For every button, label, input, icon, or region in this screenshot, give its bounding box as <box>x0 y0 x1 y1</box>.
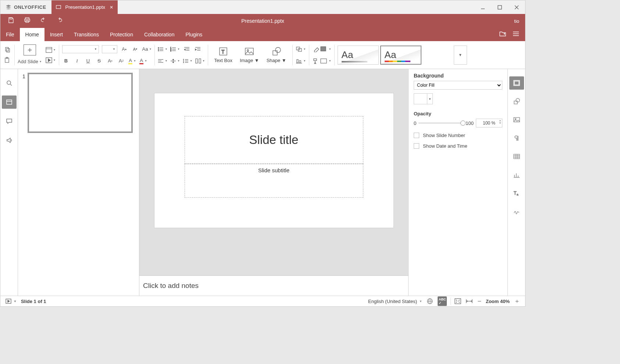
font-color-button[interactable]: A▼ <box>139 57 147 65</box>
slides-panel-icon[interactable] <box>2 95 17 109</box>
slide-size-button[interactable]: ▼ <box>320 57 331 65</box>
opacity-value-input[interactable]: 100 % ▲▼ <box>476 119 502 127</box>
zoom-out-button[interactable]: − <box>475 298 484 305</box>
theme-blank[interactable]: Aa <box>338 46 379 65</box>
fill-type-select[interactable]: Color Fill <box>414 81 502 90</box>
h-align-button[interactable]: ▼ <box>158 57 167 65</box>
underline-button[interactable]: U <box>84 57 92 65</box>
slide-settings-icon[interactable] <box>509 76 524 90</box>
comments-icon[interactable] <box>2 115 17 128</box>
tab-plugins[interactable]: Plugins <box>180 28 208 41</box>
highlight-color-button[interactable]: A▼ <box>128 57 136 65</box>
columns-button[interactable]: ▼ <box>195 57 205 65</box>
add-slide-label[interactable]: Add Slide▼ <box>18 58 42 66</box>
close-window-button[interactable] <box>508 0 525 14</box>
open-file-location-icon[interactable] <box>499 31 506 38</box>
add-slide-button[interactable]: ＋ <box>24 44 36 55</box>
clear-style-button[interactable] <box>312 45 320 53</box>
image-settings-icon[interactable] <box>509 113 524 126</box>
slide-color-button[interactable]: ▼ <box>320 45 331 53</box>
superscript-button[interactable]: Ax <box>106 57 114 65</box>
redo-button[interactable] <box>56 17 63 25</box>
chart-settings-icon[interactable] <box>509 168 524 181</box>
paragraph-settings-icon[interactable] <box>509 131 524 145</box>
arrange-button[interactable]: ▼ <box>296 45 306 53</box>
theme-expand-button[interactable]: ▼ <box>454 46 467 65</box>
decrease-indent-button[interactable] <box>183 45 191 53</box>
set-language-icon[interactable] <box>424 298 435 304</box>
status-slideshow-button[interactable]: ▼ <box>3 299 19 304</box>
paste-button[interactable] <box>3 56 11 64</box>
maximize-button[interactable] <box>491 0 508 14</box>
show-date-time-checkbox[interactable] <box>414 143 419 149</box>
tab-protection[interactable]: Protection <box>104 28 139 41</box>
fit-slide-icon[interactable] <box>452 298 463 304</box>
font-name-combo[interactable]: ▼ <box>62 45 99 53</box>
subscript-button[interactable]: A2 <box>117 57 125 65</box>
increase-indent-button[interactable] <box>194 45 202 53</box>
show-slide-number-checkbox[interactable] <box>414 133 419 138</box>
change-layout-button[interactable]: ▼ <box>46 46 56 54</box>
zoom-value[interactable]: Zoom 40% <box>484 299 512 304</box>
svg-point-23 <box>158 50 159 51</box>
logo-icon <box>6 4 11 10</box>
slide-thumbnail-1[interactable] <box>28 73 133 133</box>
spellcheck-icon[interactable]: ABC✓ <box>435 296 449 306</box>
decrease-font-button[interactable]: A▾ <box>131 45 139 53</box>
copy-style-button[interactable] <box>312 57 320 65</box>
bold-button[interactable]: B <box>62 57 70 65</box>
canvas-area[interactable]: Slide title Slide subtitle <box>139 69 408 275</box>
user-name[interactable]: tio <box>514 18 519 24</box>
theme-basic[interactable]: Aa <box>380 46 421 65</box>
slide-canvas[interactable]: Slide title Slide subtitle <box>154 93 393 228</box>
app-logo: ONLYOFFICE <box>0 0 51 14</box>
tab-insert[interactable]: Insert <box>44 28 68 41</box>
save-button[interactable] <box>8 17 14 25</box>
print-button[interactable] <box>24 17 31 25</box>
image-button[interactable]: Image ▼ <box>237 47 262 63</box>
increase-font-button[interactable]: A▴ <box>120 45 128 53</box>
change-case-button[interactable]: Aa▼ <box>142 45 152 53</box>
tab-home[interactable]: Home <box>20 28 44 41</box>
close-tab-icon[interactable]: ✕ <box>110 5 113 10</box>
align-shapes-button[interactable]: ▼ <box>296 57 306 65</box>
notes-area[interactable]: Click to add notes <box>139 275 408 296</box>
presentation-icon <box>56 5 61 10</box>
signature-settings-icon[interactable] <box>509 205 524 218</box>
copy-button[interactable] <box>3 46 11 54</box>
feedback-icon[interactable] <box>2 134 17 147</box>
svg-rect-59 <box>321 59 327 63</box>
numbering-button[interactable]: 123▼ <box>170 45 180 53</box>
opacity-slider[interactable] <box>418 123 463 123</box>
v-align-button[interactable]: ▼ <box>170 57 180 65</box>
text-box-button[interactable]: T Text Box <box>211 47 235 63</box>
line-spacing-button[interactable]: ▼ <box>183 57 192 65</box>
shape-settings-icon[interactable] <box>509 95 524 108</box>
italic-button[interactable]: I <box>73 57 81 65</box>
title-placeholder[interactable]: Slide title <box>185 116 363 164</box>
tab-transitions[interactable]: Transitions <box>68 28 104 41</box>
tab-file[interactable]: File <box>0 28 20 41</box>
menu-tabs: File Home Insert Transitions Protection … <box>0 28 525 41</box>
minimize-button[interactable] <box>474 0 491 14</box>
bullets-button[interactable]: ▼ <box>158 45 167 53</box>
text-art-settings-icon[interactable]: Ta <box>509 187 524 200</box>
background-color-picker[interactable]: ▼ <box>414 93 433 104</box>
shape-button[interactable]: Shape ▼ <box>264 47 289 63</box>
undo-button[interactable] <box>40 17 47 25</box>
start-slideshow-button[interactable]: ▼ <box>46 56 56 64</box>
view-settings-icon[interactable] <box>513 31 519 38</box>
font-size-combo[interactable]: ▼ <box>102 45 117 53</box>
tab-collaboration[interactable]: Collaboration <box>139 28 180 41</box>
subtitle-placeholder[interactable]: Slide subtitle <box>185 164 363 198</box>
zoom-in-button[interactable]: ＋ <box>512 298 522 305</box>
status-language[interactable]: English (United States) ▼ <box>366 299 424 304</box>
document-tab[interactable]: Presentation1.pptx ✕ <box>51 0 118 14</box>
svg-text:a: a <box>517 193 519 196</box>
fit-width-icon[interactable] <box>463 299 475 304</box>
table-settings-icon[interactable] <box>509 150 524 163</box>
opacity-min: 0 <box>414 120 416 126</box>
search-icon[interactable] <box>2 76 17 90</box>
strike-button[interactable]: S <box>95 57 103 65</box>
svg-point-51 <box>275 47 281 53</box>
